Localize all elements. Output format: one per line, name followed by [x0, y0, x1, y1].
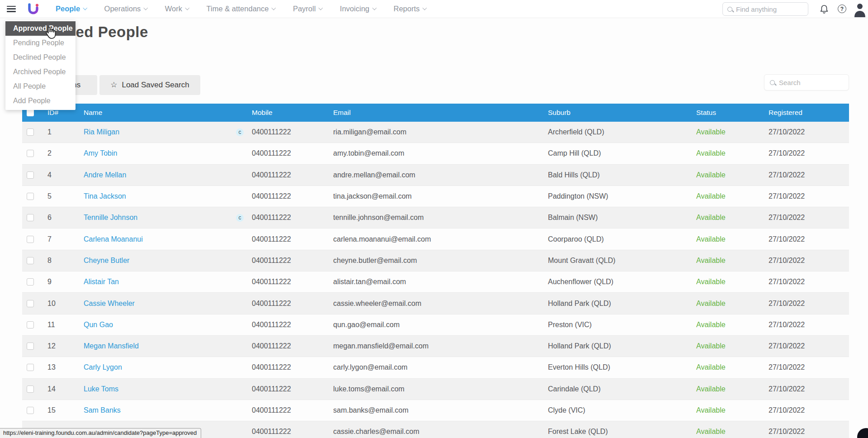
row-checkbox[interactable] [27, 129, 34, 136]
global-search-input[interactable] [736, 5, 799, 13]
person-link[interactable]: Sam Banks [84, 406, 121, 414]
person-link[interactable]: Tennille Johnson [84, 214, 137, 222]
person-link[interactable]: Luke Toms [84, 385, 118, 393]
row-checkbox[interactable] [27, 236, 34, 243]
cell-suburb: Archerfield (QLD) [543, 128, 692, 136]
cell-registered: 27/10/2022 [764, 128, 849, 136]
nav-item-work[interactable]: Work [165, 5, 189, 13]
nav-item-people[interactable]: People [56, 5, 87, 13]
header-mobile[interactable]: Mobile [247, 109, 329, 117]
bell-icon[interactable] [820, 5, 829, 16]
person-link[interactable]: Alistair Tan [84, 278, 119, 286]
row-checkbox[interactable] [27, 278, 34, 286]
cell-status: Available [692, 235, 764, 243]
nav-item-reports[interactable]: Reports [393, 5, 426, 13]
row-checkbox[interactable] [27, 321, 34, 328]
table-row: 6Tennille Johnsonc0400111222tennille.joh… [22, 207, 849, 229]
cell-mobile: 0400111222 [247, 149, 329, 157]
cell-email: amy.tobin@email.com [329, 149, 543, 157]
person-link[interactable]: Tina Jackson [84, 192, 126, 200]
person-link[interactable]: Megan Mansfield [84, 342, 139, 350]
table-row: 11Qun Gao0400111222qun.gao@email.comPres… [22, 314, 849, 336]
chevron-down-icon [185, 6, 189, 10]
row-checkbox[interactable] [27, 407, 34, 414]
table-search-input[interactable] [779, 79, 838, 86]
menu-item-archived-people[interactable]: Archived People [5, 65, 75, 79]
row-checkbox[interactable] [27, 193, 34, 200]
cell-email: ria.miligan@email.com [329, 128, 543, 136]
chevron-down-icon [373, 6, 377, 10]
nav-item-invoicing[interactable]: Invoicing [340, 5, 376, 13]
cell-email: andre.mellan@email.com [329, 171, 543, 179]
nav-item-operations[interactable]: Operations [104, 5, 147, 13]
row-checkbox[interactable] [27, 171, 34, 179]
load-saved-search-button[interactable]: ☆ Load Saved Search [99, 75, 200, 95]
chat-widget-corner[interactable] [857, 428, 868, 438]
help-icon[interactable]: ? [838, 5, 846, 13]
table-row: 13Carly Lygon0400111222carly.lygon@email… [22, 357, 849, 378]
cell-registered: 27/10/2022 [764, 363, 849, 371]
person-link[interactable]: Amy Tobin [84, 149, 117, 157]
person-link[interactable]: Ria Miligan [84, 128, 119, 136]
avatar[interactable] [854, 3, 866, 19]
person-link[interactable]: Qun Gao [84, 321, 113, 329]
person-link[interactable]: Andre Mellan [84, 171, 126, 179]
person-link[interactable]: Carly Lygon [84, 363, 122, 371]
table-row: 10Cassie Wheeler0400111222cassie.wheeler… [22, 293, 849, 314]
menu-item-pending-people[interactable]: Pending People [5, 36, 75, 50]
cell-suburb: Holland Park (QLD) [543, 300, 692, 308]
search-icon [727, 7, 732, 12]
cell-registered: 27/10/2022 [764, 192, 849, 200]
row-checkbox[interactable] [27, 214, 34, 221]
person-link[interactable]: Carlena Moananui [84, 235, 143, 243]
cell-name: Alistair Tan [79, 278, 247, 286]
chevron-down-icon [144, 6, 148, 10]
header-suburb[interactable]: Suburb [543, 109, 692, 117]
row-checkbox-cell [22, 407, 43, 414]
person-link[interactable]: Cassie Wheeler [84, 300, 135, 308]
cell-id: 7 [43, 235, 79, 243]
menu-item-approved-people[interactable]: Approved People [5, 21, 75, 36]
cell-status: Available [692, 278, 764, 286]
menu-item-all-people[interactable]: All People [5, 79, 75, 94]
cell-suburb: Preston (VIC) [543, 321, 692, 329]
row-checkbox[interactable] [27, 343, 34, 350]
header-checkbox-cell [22, 109, 43, 116]
cell-mobile: 0400111222 [247, 342, 329, 350]
cell-email: tina.jackson@email.com [329, 192, 543, 200]
header-registered[interactable]: Registered [764, 109, 849, 117]
row-checkbox[interactable] [27, 364, 34, 371]
cell-email: carly.lygon@email.com [329, 363, 543, 371]
header-email[interactable]: Email [329, 109, 543, 117]
row-checkbox[interactable] [27, 300, 34, 307]
select-all-checkbox[interactable] [27, 109, 34, 116]
cell-status: Available [692, 128, 764, 136]
cell-mobile: 0400111222 [247, 406, 329, 414]
menu-item-add-people[interactable]: Add People [5, 94, 75, 108]
cell-suburb: Carindale (QLD) [543, 385, 692, 393]
hamburger-icon[interactable] [7, 6, 16, 12]
cell-mobile: 0400111222 [247, 192, 329, 200]
table-row: 4Andre Mellan0400111222andre.mellan@emai… [22, 165, 849, 186]
cell-name: Qun Gao [79, 321, 247, 329]
foundu-logo[interactable] [27, 2, 39, 16]
row-checkbox[interactable] [27, 257, 34, 264]
cell-suburb: Auchenflower (QLD) [543, 278, 692, 286]
table-row: 9Alistair Tan0400111222alistair.tan@emai… [22, 271, 849, 293]
nav-item-time-attendance[interactable]: Time & attendance [207, 5, 275, 13]
person-link[interactable]: Cheyne Butler [84, 257, 129, 265]
cell-suburb: Everton Hills (QLD) [543, 363, 692, 371]
table-search[interactable] [764, 74, 849, 90]
cell-name: Carly Lygon [79, 363, 247, 371]
row-checkbox[interactable] [27, 386, 34, 393]
cell-name: Tina Jackson [79, 192, 247, 200]
menu-item-declined-people[interactable]: Declined People [5, 50, 75, 65]
global-search[interactable] [722, 2, 808, 16]
cell-suburb: Holland Park (QLD) [543, 342, 692, 350]
header-name[interactable]: Name [79, 109, 247, 117]
row-checkbox[interactable] [27, 150, 34, 157]
cell-status: Available [692, 428, 764, 436]
nav-item-payroll[interactable]: Payroll [293, 5, 322, 13]
header-status[interactable]: Status [692, 109, 764, 117]
cell-email: carlena.moananui@email.com [329, 235, 543, 243]
